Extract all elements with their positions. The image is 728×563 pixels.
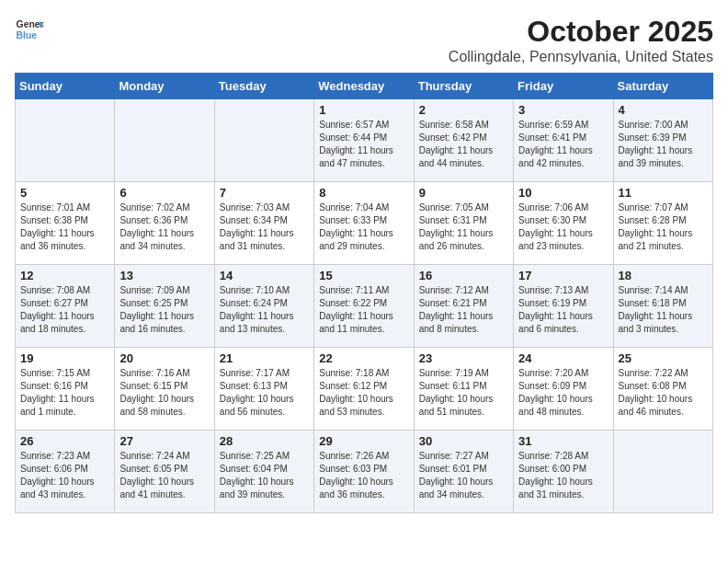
day-number: 18	[619, 269, 708, 282]
calendar-cell: 29Sunrise: 7:26 AM Sunset: 6:03 PM Dayli…	[314, 431, 414, 513]
day-number: 1	[319, 103, 408, 117]
day-number: 10	[518, 186, 608, 200]
day-info: Sunrise: 7:03 AM Sunset: 6:34 PM Dayligh…	[220, 201, 309, 253]
day-info: Sunrise: 7:06 AM Sunset: 6:30 PM Dayligh…	[518, 201, 608, 253]
page-subtitle: Collingdale, Pennsylvania, United States	[449, 49, 713, 65]
title-block: October 2025 Collingdale, Pennsylvania, …	[449, 15, 713, 65]
calendar-cell: 1Sunrise: 6:57 AM Sunset: 6:44 PM Daylig…	[314, 99, 414, 182]
calendar-week-row: 5Sunrise: 7:01 AM Sunset: 6:38 PM Daylig…	[16, 182, 713, 265]
calendar-cell: 15Sunrise: 7:11 AM Sunset: 6:22 PM Dayli…	[314, 265, 414, 348]
day-number: 23	[419, 351, 508, 365]
calendar-cell	[214, 99, 313, 182]
calendar-cell: 19Sunrise: 7:15 AM Sunset: 6:16 PM Dayli…	[16, 348, 115, 431]
page-header: General Blue October 2025 Collingdale, P…	[15, 15, 713, 65]
day-info: Sunrise: 7:19 AM Sunset: 6:11 PM Dayligh…	[419, 367, 508, 419]
calendar-cell: 5Sunrise: 7:01 AM Sunset: 6:38 PM Daylig…	[16, 182, 115, 265]
day-info: Sunrise: 7:28 AM Sunset: 6:00 PM Dayligh…	[518, 450, 608, 501]
day-info: Sunrise: 7:01 AM Sunset: 6:38 PM Dayligh…	[20, 201, 109, 253]
svg-text:Blue: Blue	[17, 30, 38, 40]
logo-icon: General Blue	[15, 15, 44, 44]
day-info: Sunrise: 7:02 AM Sunset: 6:36 PM Dayligh…	[119, 201, 209, 253]
day-number: 26	[20, 434, 109, 448]
calendar-week-row: 12Sunrise: 7:08 AM Sunset: 6:27 PM Dayli…	[16, 265, 713, 348]
day-info: Sunrise: 7:24 AM Sunset: 6:05 PM Dayligh…	[119, 450, 209, 501]
calendar-week-row: 26Sunrise: 7:23 AM Sunset: 6:06 PM Dayli…	[16, 431, 713, 513]
calendar-cell: 7Sunrise: 7:03 AM Sunset: 6:34 PM Daylig…	[214, 182, 313, 265]
calendar-cell: 26Sunrise: 7:23 AM Sunset: 6:06 PM Dayli…	[16, 431, 115, 513]
day-number: 21	[220, 351, 309, 365]
day-number: 6	[119, 186, 209, 200]
calendar-cell: 2Sunrise: 6:58 AM Sunset: 6:42 PM Daylig…	[414, 99, 513, 182]
day-info: Sunrise: 6:57 AM Sunset: 6:44 PM Dayligh…	[319, 119, 408, 170]
day-info: Sunrise: 7:16 AM Sunset: 6:15 PM Dayligh…	[119, 367, 209, 419]
calendar-cell: 24Sunrise: 7:20 AM Sunset: 6:09 PM Dayli…	[514, 348, 613, 431]
day-info: Sunrise: 6:58 AM Sunset: 6:42 PM Dayligh…	[419, 119, 508, 170]
calendar-cell: 27Sunrise: 7:24 AM Sunset: 6:05 PM Dayli…	[115, 431, 214, 513]
day-info: Sunrise: 7:25 AM Sunset: 6:04 PM Dayligh…	[220, 450, 309, 501]
calendar-cell: 12Sunrise: 7:08 AM Sunset: 6:27 PM Dayli…	[16, 265, 115, 348]
col-header-monday: Monday	[115, 74, 214, 99]
calendar-cell: 9Sunrise: 7:05 AM Sunset: 6:31 PM Daylig…	[414, 182, 513, 265]
day-info: Sunrise: 7:08 AM Sunset: 6:27 PM Dayligh…	[20, 284, 109, 336]
day-number: 29	[319, 434, 408, 448]
calendar-cell: 11Sunrise: 7:07 AM Sunset: 6:28 PM Dayli…	[613, 182, 712, 265]
day-number: 4	[619, 103, 708, 117]
calendar-cell: 22Sunrise: 7:18 AM Sunset: 6:12 PM Dayli…	[314, 348, 414, 431]
calendar-cell	[115, 99, 214, 182]
day-info: Sunrise: 7:11 AM Sunset: 6:22 PM Dayligh…	[319, 284, 408, 336]
day-number: 8	[319, 186, 408, 200]
day-number: 27	[119, 434, 209, 448]
day-number: 20	[119, 351, 209, 365]
day-number: 17	[518, 269, 608, 282]
day-info: Sunrise: 7:12 AM Sunset: 6:21 PM Dayligh…	[419, 284, 508, 336]
col-header-saturday: Saturday	[613, 74, 712, 99]
day-number: 7	[220, 186, 309, 200]
day-info: Sunrise: 7:07 AM Sunset: 6:28 PM Dayligh…	[619, 201, 708, 253]
page-title: October 2025	[449, 15, 713, 49]
day-number: 28	[220, 434, 309, 448]
day-info: Sunrise: 7:05 AM Sunset: 6:31 PM Dayligh…	[419, 201, 508, 253]
day-info: Sunrise: 7:22 AM Sunset: 6:08 PM Dayligh…	[619, 367, 708, 419]
calendar-cell: 14Sunrise: 7:10 AM Sunset: 6:24 PM Dayli…	[214, 265, 313, 348]
calendar-cell: 8Sunrise: 7:04 AM Sunset: 6:33 PM Daylig…	[314, 182, 414, 265]
day-number: 9	[419, 186, 508, 200]
day-info: Sunrise: 7:27 AM Sunset: 6:01 PM Dayligh…	[419, 450, 508, 501]
calendar-week-row: 19Sunrise: 7:15 AM Sunset: 6:16 PM Dayli…	[16, 348, 713, 431]
col-header-friday: Friday	[514, 74, 613, 99]
day-number: 11	[619, 186, 708, 200]
day-number: 30	[419, 434, 508, 448]
day-number: 15	[319, 269, 408, 282]
calendar-cell: 28Sunrise: 7:25 AM Sunset: 6:04 PM Dayli…	[214, 431, 313, 513]
day-info: Sunrise: 6:59 AM Sunset: 6:41 PM Dayligh…	[518, 119, 608, 170]
day-number: 24	[518, 351, 608, 365]
calendar-cell: 21Sunrise: 7:17 AM Sunset: 6:13 PM Dayli…	[214, 348, 313, 431]
day-info: Sunrise: 7:20 AM Sunset: 6:09 PM Dayligh…	[518, 367, 608, 419]
calendar-cell	[613, 431, 712, 513]
col-header-sunday: Sunday	[16, 74, 115, 99]
day-info: Sunrise: 7:13 AM Sunset: 6:19 PM Dayligh…	[518, 284, 608, 336]
day-info: Sunrise: 7:23 AM Sunset: 6:06 PM Dayligh…	[20, 450, 109, 501]
day-info: Sunrise: 7:18 AM Sunset: 6:12 PM Dayligh…	[319, 367, 408, 419]
day-number: 25	[619, 351, 708, 365]
calendar-cell: 30Sunrise: 7:27 AM Sunset: 6:01 PM Dayli…	[414, 431, 513, 513]
day-number: 16	[419, 269, 508, 282]
col-header-wednesday: Wednesday	[314, 74, 414, 99]
calendar-cell: 10Sunrise: 7:06 AM Sunset: 6:30 PM Dayli…	[514, 182, 613, 265]
calendar-cell	[16, 99, 115, 182]
day-number: 13	[119, 269, 209, 282]
day-number: 5	[20, 186, 109, 200]
calendar-cell: 17Sunrise: 7:13 AM Sunset: 6:19 PM Dayli…	[514, 265, 613, 348]
day-number: 3	[518, 103, 608, 117]
logo: General Blue	[15, 15, 44, 44]
day-info: Sunrise: 7:17 AM Sunset: 6:13 PM Dayligh…	[220, 367, 309, 419]
day-number: 19	[20, 351, 109, 365]
calendar-table: SundayMondayTuesdayWednesdayThursdayFrid…	[15, 73, 713, 513]
day-number: 31	[518, 434, 608, 448]
day-number: 22	[319, 351, 408, 365]
calendar-week-row: 1Sunrise: 6:57 AM Sunset: 6:44 PM Daylig…	[16, 99, 713, 182]
day-info: Sunrise: 7:04 AM Sunset: 6:33 PM Dayligh…	[319, 201, 408, 253]
calendar-cell: 16Sunrise: 7:12 AM Sunset: 6:21 PM Dayli…	[414, 265, 513, 348]
calendar-cell: 25Sunrise: 7:22 AM Sunset: 6:08 PM Dayli…	[613, 348, 712, 431]
calendar-cell: 31Sunrise: 7:28 AM Sunset: 6:00 PM Dayli…	[514, 431, 613, 513]
calendar-cell: 23Sunrise: 7:19 AM Sunset: 6:11 PM Dayli…	[414, 348, 513, 431]
